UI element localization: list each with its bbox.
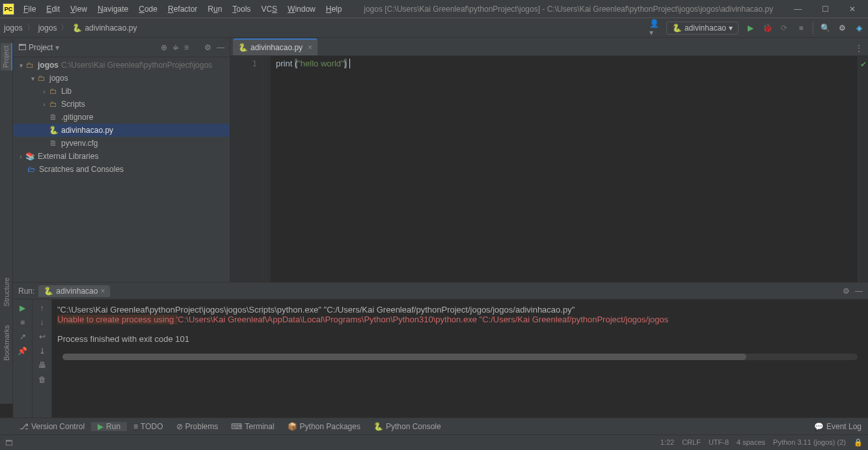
run-config-selector[interactable]: 🐍 adivinhacao ▾: [666, 21, 739, 35]
tree-folder-scripts[interactable]: ›🗀Scripts: [13, 98, 230, 111]
tool-problems[interactable]: ⊘Problems: [170, 422, 225, 431]
python-icon: 🐍: [672, 23, 682, 33]
maximize-button[interactable]: ☐: [817, 5, 833, 14]
tree-file-gitignore[interactable]: 🗎.gitignore: [13, 111, 230, 124]
locate-icon[interactable]: ⊕: [161, 43, 167, 52]
up-icon[interactable]: ↑: [40, 303, 44, 313]
menu-view[interactable]: View: [65, 2, 92, 16]
console-output[interactable]: "C:\Users\Kai Greenleaf\pythonProject\jo…: [52, 300, 868, 417]
ide-features-icon[interactable]: ◈: [854, 23, 864, 33]
tree-file-pyvenv[interactable]: 🗎pyvenv.cfg: [13, 137, 230, 150]
tool-version-control[interactable]: ⎇Version Control: [13, 422, 91, 431]
menu-run[interactable]: Run: [202, 2, 227, 16]
side-project-tab[interactable]: Project: [1, 43, 12, 70]
app-logo: PC: [3, 3, 14, 15]
status-bar: 🗔 1:22 CRLF UTF-8 4 spaces Python 3.11 (…: [0, 434, 868, 450]
status-line-separator[interactable]: CRLF: [682, 438, 701, 447]
hide-icon[interactable]: —: [217, 43, 224, 52]
tree-folder-lib[interactable]: ›🗀Lib: [13, 85, 230, 98]
hide-icon[interactable]: —: [855, 287, 863, 296]
tool-event-log[interactable]: 💬Event Log: [807, 422, 868, 431]
gear-icon[interactable]: ⚙: [204, 43, 211, 52]
menu-window[interactable]: Window: [282, 2, 321, 16]
tree-folder-jogos[interactable]: ▾🗀jogos: [13, 72, 230, 85]
navigation-bar: jogos〉 jogos〉 🐍 adivinhacao.py 👤▾ 🐍 adiv…: [0, 18, 868, 38]
breadcrumb-file[interactable]: adivinhacao.py: [85, 23, 137, 33]
pin-icon[interactable]: 📌: [18, 346, 27, 356]
status-caret-position[interactable]: 1:22: [660, 438, 674, 447]
tree-external-libs[interactable]: ›📚External Libraries: [13, 150, 230, 163]
inspection-ok-icon[interactable]: ✔: [860, 60, 867, 69]
breadcrumb-folder[interactable]: jogos: [38, 23, 57, 33]
close-button[interactable]: ✕: [845, 5, 860, 14]
collapse-icon[interactable]: ≡: [184, 43, 189, 52]
status-indent[interactable]: 4 spaces: [737, 438, 765, 447]
user-icon[interactable]: 👤▾: [649, 23, 660, 33]
side-bookmarks-tab[interactable]: Bookmarks: [1, 322, 12, 363]
settings-icon[interactable]: ⚙: [837, 23, 847, 33]
editor-tabs: 🐍 adivinhacao.py × ⋮: [230, 38, 868, 56]
tool-python-console[interactable]: 🐍Python Console: [367, 422, 448, 431]
breadcrumb: jogos〉 jogos〉 🐍 adivinhacao.py: [4, 22, 137, 33]
editor-tab-label: adivinhacao.py: [251, 43, 303, 52]
clear-icon[interactable]: 🗑: [38, 375, 46, 384]
menu-help[interactable]: Help: [321, 2, 347, 16]
menu-refactor[interactable]: Refactor: [163, 2, 202, 16]
run-button[interactable]: ▶: [745, 23, 755, 33]
run-label: Run:: [18, 287, 34, 296]
code-editor[interactable]: print ("hello world"): [271, 56, 858, 282]
print-icon[interactable]: 🖶: [38, 361, 46, 370]
menu-file[interactable]: File: [18, 2, 41, 16]
editor-tab-adivinhacao[interactable]: 🐍 adivinhacao.py ×: [233, 38, 318, 55]
status-lock-icon[interactable]: 🔒: [854, 438, 863, 447]
coverage-button[interactable]: ⟳: [779, 23, 789, 33]
chevron-down-icon[interactable]: ▾: [55, 43, 59, 52]
tree-root[interactable]: ▾🗀 jogosC:\Users\Kai Greenleaf\pythonPro…: [13, 59, 230, 72]
scroll-end-icon[interactable]: ⤓: [39, 346, 46, 356]
side-structure-tab[interactable]: Structure: [1, 275, 12, 309]
python-icon: 🐍: [44, 287, 53, 296]
tool-todo[interactable]: ≡TODO: [127, 422, 169, 431]
editor-more-icon[interactable]: ⋮: [850, 41, 868, 55]
gear-icon[interactable]: ⚙: [843, 287, 850, 296]
debug-button[interactable]: 🐞: [762, 23, 772, 33]
minimize-button[interactable]: —: [790, 5, 806, 14]
inspection-ribbon: ✔: [858, 56, 868, 282]
status-interpreter[interactable]: Python 3.11 (jogos) (2): [773, 438, 846, 447]
tree-scratches[interactable]: 🗁Scratches and Consoles: [13, 163, 230, 176]
breadcrumb-root[interactable]: jogos: [4, 23, 23, 33]
search-icon[interactable]: 🔍: [820, 23, 830, 33]
run-tab-adivinhacao[interactable]: 🐍 adivinhacao ×: [38, 285, 110, 297]
chevron-down-icon: ▾: [729, 23, 733, 33]
tree-file-adivinhacao[interactable]: 🐍adivinhacao.py: [13, 124, 230, 137]
exit-icon[interactable]: ↗: [20, 332, 26, 341]
bottom-tool-bar: ⎇Version Control ▶Run ≡TODO ⊘Problems ⌨T…: [0, 417, 868, 434]
menu-edit[interactable]: Edit: [41, 2, 65, 16]
window-buttons: — ☐ ✕: [790, 5, 865, 14]
close-tab-icon[interactable]: ×: [308, 43, 312, 52]
python-file-icon: 🐍: [238, 43, 248, 52]
tool-run[interactable]: ▶Run: [91, 422, 127, 431]
rerun-button[interactable]: ▶: [20, 303, 25, 313]
status-encoding[interactable]: UTF-8: [709, 438, 729, 447]
tool-terminal[interactable]: ⌨Terminal: [224, 422, 280, 431]
tool-python-packages[interactable]: 📦Python Packages: [281, 422, 367, 431]
left-tool-strip: Project: [0, 38, 13, 282]
menu-tools[interactable]: Tools: [227, 2, 256, 16]
menu-code[interactable]: Code: [133, 2, 163, 16]
stop-button[interactable]: ■: [796, 23, 806, 33]
soft-wrap-icon[interactable]: ↩: [39, 332, 46, 341]
expand-icon[interactable]: ≑: [172, 43, 179, 52]
horizontal-scrollbar[interactable]: [62, 354, 858, 360]
run-config-name: adivinhacao: [685, 23, 726, 33]
status-window-icon[interactable]: 🗔: [5, 439, 12, 447]
down-icon[interactable]: ↓: [40, 318, 44, 327]
python-file-icon: 🐍: [72, 23, 82, 33]
run-tool-window: Run: 🐍 adivinhacao × ⚙ — ▶ ■ ↗ 📌 ↑ ↓ ↩ ⤓…: [0, 282, 868, 417]
editor-area: 🐍 adivinhacao.py × ⋮ 1 print ("hello wor…: [230, 38, 868, 282]
menu-navigate[interactable]: Navigate: [92, 2, 133, 16]
stop-button[interactable]: ■: [20, 318, 25, 327]
menu-vcs[interactable]: VCS: [256, 2, 282, 16]
fold-column: [263, 56, 271, 282]
close-icon[interactable]: ×: [100, 287, 105, 296]
